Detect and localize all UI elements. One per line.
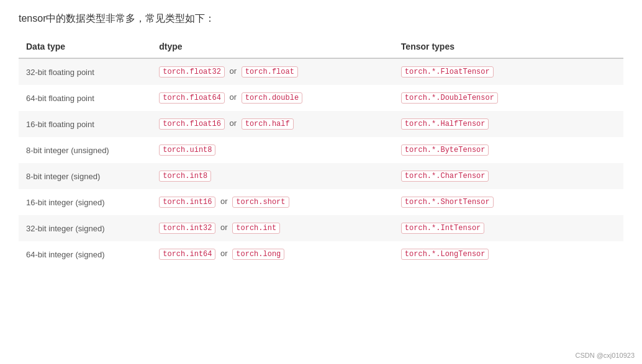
page-title: tensor中的数据类型非常多，常见类型如下： [19,12,623,25]
cell-datatype: 32-bit floating point [19,58,151,85]
col-header-datatype: Data type [19,35,151,58]
cell-tensortype: torch.*.FloatTensor [394,58,623,85]
cell-tensortype: torch.*.IntTensor [394,215,623,241]
table-row: 16-bit integer (signed)torch.int16 or to… [19,189,623,215]
code-tag: torch.*.ShortTensor [401,197,494,208]
code-tag: torch.float32 [159,66,225,78]
table-row: 64-bit integer (signed)torch.int64 or to… [19,241,623,267]
cell-dtype: torch.int16 or torch.short [151,189,394,215]
cell-tensortype: torch.*.DoubleTensor [394,85,623,111]
code-tag: torch.int8 [159,171,211,182]
cell-datatype: 16-bit floating point [19,111,151,137]
cell-datatype: 64-bit floating point [19,85,151,111]
code-tag: torch.float16 [159,118,225,130]
table-row: 8-bit integer (signed)torch.int8torch.*.… [19,163,623,189]
code-tag: torch.long [232,249,284,260]
col-header-tensortypes: Tensor types [394,35,623,58]
data-types-table: Data type dtype Tensor types 32-bit floa… [19,35,623,267]
code-tag: torch.int64 [159,249,215,260]
code-tag: torch.int [232,223,280,234]
code-tag: torch.double [242,92,302,104]
code-tag: torch.half [242,118,294,130]
code-tag: torch.short [232,197,289,208]
table-body: 32-bit floating pointtorch.float32 or to… [19,58,623,267]
table-row: 64-bit floating pointtorch.float64 or to… [19,85,623,111]
cell-datatype: 8-bit integer (signed) [19,163,151,189]
cell-dtype: torch.float16 or torch.half [151,111,394,137]
or-label: or [227,92,239,102]
cell-tensortype: torch.*.CharTensor [394,163,623,189]
code-tag: torch.*.LongTensor [401,249,489,260]
code-tag: torch.uint8 [159,144,215,156]
or-label: or [227,118,239,128]
code-tag: torch.float [242,66,298,78]
cell-tensortype: torch.*.ShortTensor [394,189,623,215]
cell-datatype: 16-bit integer (signed) [19,189,151,215]
or-label: or [218,223,230,232]
cell-tensortype: torch.*.ByteTensor [394,137,623,163]
code-tag: torch.float64 [159,92,225,104]
or-label: or [218,249,230,258]
cell-dtype: torch.int64 or torch.long [151,241,394,267]
table-row: 16-bit floating pointtorch.float16 or to… [19,111,623,137]
table-row: 8-bit integer (unsigned)torch.uint8torch… [19,137,623,163]
cell-tensortype: torch.*.HalfTensor [394,111,623,137]
cell-dtype: torch.uint8 [151,137,394,163]
or-label: or [218,197,230,206]
cell-dtype: torch.float32 or torch.float [151,58,394,85]
cell-dtype: torch.int8 [151,163,394,189]
code-tag: torch.*.DoubleTensor [401,92,498,104]
code-tag: torch.*.FloatTensor [401,66,494,78]
code-tag: torch.*.ByteTensor [401,144,489,156]
cell-dtype: torch.float64 or torch.double [151,85,394,111]
cell-dtype: torch.int32 or torch.int [151,215,394,241]
cell-tensortype: torch.*.LongTensor [394,241,623,267]
code-tag: torch.*.IntTensor [401,223,484,234]
cell-datatype: 64-bit integer (signed) [19,241,151,267]
code-tag: torch.*.CharTensor [401,171,489,182]
cell-datatype: 32-bit integer (signed) [19,215,151,241]
col-header-dtype: dtype [151,35,394,58]
code-tag: torch.int16 [159,197,215,208]
or-label: or [227,66,239,76]
cell-datatype: 8-bit integer (unsigned) [19,137,151,163]
table-row: 32-bit floating pointtorch.float32 or to… [19,58,623,85]
table-row: 32-bit integer (signed)torch.int32 or to… [19,215,623,241]
table-header: Data type dtype Tensor types [19,35,623,58]
code-tag: torch.*.HalfTensor [401,118,489,130]
code-tag: torch.int32 [159,223,215,234]
